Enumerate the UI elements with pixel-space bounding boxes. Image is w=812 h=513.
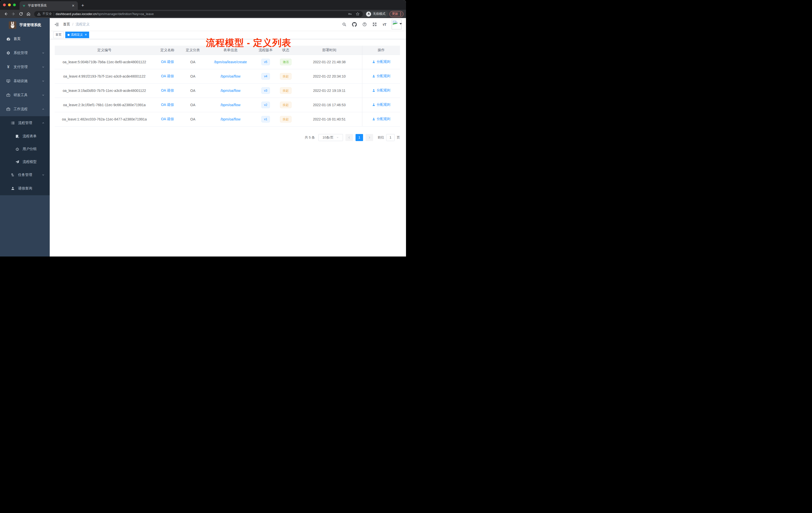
sidebar-item-payment[interactable]: ¥ 支付管理 [0, 60, 50, 74]
table-row: oa_leave:3:1fad3d93-7b75-11ec-a3c8-acde4… [55, 83, 400, 98]
sidebar-item-user-group[interactable]: 用户分组 [0, 143, 50, 155]
sidebar-item-devtools[interactable]: 研发工具 [0, 88, 50, 102]
breadcrumb-home-link[interactable]: 首页 [63, 22, 70, 27]
form-link[interactable]: /bpm/oa/leave/create [214, 60, 247, 64]
cell-definition-id: oa_leave:4:991f2193-7b7f-11ec-a3c8-acde4… [55, 69, 154, 83]
broken-image-icon [393, 21, 398, 26]
definition-name-link[interactable]: OA 请假 [161, 88, 174, 92]
sidebar-item-workflow[interactable]: 工作流程 [0, 102, 50, 116]
new-tab-button[interactable]: + [81, 3, 84, 8]
password-key-icon[interactable] [348, 12, 352, 16]
update-button[interactable]: 更新 [389, 11, 404, 17]
col-definition-id: 定义编号 [55, 46, 154, 55]
version-badge: v1 [261, 116, 270, 122]
page-size-value: 10条/页 [322, 135, 334, 140]
maximize-window-button[interactable] [13, 3, 16, 6]
tab-close-icon[interactable]: ✕ [71, 4, 75, 7]
version-badge: v3 [261, 87, 270, 94]
security-label[interactable]: 不安全 [42, 12, 52, 16]
url-text[interactable]: dashboard.yudao.iocoder.cn/bpm/manager/d… [56, 12, 346, 16]
github-icon[interactable] [352, 22, 357, 27]
assign-rule-link[interactable]: 分配规则 [372, 59, 390, 64]
tag-home[interactable]: 首页 [53, 32, 64, 38]
briefcase-icon [6, 107, 10, 111]
col-deploy-time: 部署时间 [296, 46, 362, 55]
incognito-label: 无痕模式 [373, 12, 385, 16]
user-icon [372, 117, 375, 121]
browser-menu-kebab-icon[interactable] [400, 12, 401, 16]
chevron-left-icon [348, 136, 351, 139]
minimize-window-button[interactable] [8, 3, 11, 6]
stream-list-icon [10, 121, 15, 125]
close-window-button[interactable] [3, 3, 6, 6]
chevron-down-icon [42, 52, 45, 55]
sidebar-item-infra[interactable]: 基础设施 [0, 74, 50, 88]
robot-face-icon [15, 147, 20, 151]
update-label: 更新 [392, 12, 398, 16]
definition-name-link[interactable]: OA 请假 [161, 60, 174, 64]
url-separator [54, 12, 54, 16]
form-link[interactable]: /bpm/oa/flow [221, 117, 240, 121]
cell-deploy-time: 2022-01-22 21:48:38 [296, 55, 362, 69]
gear-icon [6, 51, 10, 55]
bookmark-star-icon[interactable] [355, 12, 360, 16]
forward-icon[interactable] [10, 11, 17, 17]
avatar-caret-down-icon[interactable] [400, 23, 402, 25]
back-icon[interactable] [2, 11, 9, 17]
sidebar-item-process-model[interactable]: 流程模型 [0, 155, 50, 168]
definition-name-link[interactable]: OA 请假 [161, 103, 174, 107]
sidebar-item-process-manage[interactable]: 流程管理 [0, 116, 50, 130]
sidebar-item-process-form[interactable]: 流程表单 [0, 130, 50, 143]
fullscreen-icon[interactable] [372, 22, 377, 27]
help-icon[interactable] [362, 22, 367, 27]
logo-image [9, 21, 16, 29]
reload-icon[interactable] [18, 11, 24, 17]
next-page-button[interactable] [366, 134, 373, 141]
form-link[interactable]: /bpm/oa/flow [221, 89, 240, 93]
cell-deploy-time: 2022-01-22 20:34:10 [296, 69, 362, 83]
home-icon[interactable] [25, 11, 32, 17]
col-definition-category: 定义分类 [181, 46, 205, 55]
sidebar-item-label: 流程管理 [18, 121, 42, 125]
sidebar-item-home[interactable]: 首页 [0, 32, 50, 46]
hamburger-collapse-icon[interactable] [54, 22, 61, 27]
goto-page-input[interactable] [386, 134, 395, 141]
sidebar-item-label: 研发工具 [13, 93, 42, 97]
tag-close-icon[interactable]: ✕ [85, 33, 87, 36]
search-icon[interactable] [342, 22, 347, 27]
sidebar-item-task-manage[interactable]: 任务管理 [0, 168, 50, 182]
cell-category: OA [181, 55, 205, 69]
table-row: oa_leave:5:004b710b-7b8a-11ec-8ef0-acde4… [55, 55, 400, 69]
sidebar-item-label: 首页 [13, 37, 45, 41]
cell-definition-id: oa_leave:2:3c1f0ef1-76b1-11ec-9c66-a2380… [55, 98, 154, 112]
definition-name-link[interactable]: OA 请假 [161, 117, 174, 121]
table-row: oa_leave:2:3c1f0ef1-76b1-11ec-9c66-a2380… [55, 98, 400, 112]
browser-toolbar: 不安全 dashboard.yudao.iocoder.cn/bpm/manag… [0, 10, 406, 18]
url-bar[interactable]: 不安全 dashboard.yudao.iocoder.cn/bpm/manag… [34, 11, 363, 17]
form-link[interactable]: /bpm/oa/flow [221, 74, 240, 78]
assign-rule-link[interactable]: 分配规则 [372, 117, 390, 121]
chevron-down-icon [42, 80, 45, 83]
pagination-total: 共 5 条 [305, 135, 315, 140]
page-size-select[interactable]: 10条/页 [318, 134, 343, 141]
sidebar-item-system[interactable]: 系统管理 [0, 46, 50, 60]
definition-name-link[interactable]: OA 请假 [161, 74, 174, 78]
assign-rule-link[interactable]: 分配规则 [372, 102, 390, 107]
page-1-button[interactable]: 1 [355, 134, 363, 141]
tab-title: 芋道管理系统 [28, 3, 69, 8]
status-badge: 挂起 [280, 116, 291, 122]
browser-tab[interactable]: 芋道管理系统 ✕ [20, 1, 78, 10]
sidebar-logo[interactable]: 芋道管理系统 [0, 18, 50, 32]
sidebar-item-leave-query[interactable]: 请假查询 [0, 182, 50, 195]
traffic-lights [3, 3, 16, 6]
sidebar-item-label: 流程模型 [23, 160, 45, 164]
tag-process-definition[interactable]: 流程定义 ✕ [65, 32, 89, 38]
font-size-icon[interactable]: тT [382, 22, 386, 27]
form-link[interactable]: /bpm/oa/flow [221, 103, 240, 107]
definition-table: 定义编号 定义名称 定义分类 表单信息 流程版本 状态 部署时间 操作 oa_l [55, 46, 400, 126]
version-badge: v2 [261, 102, 270, 108]
assign-rule-link[interactable]: 分配规则 [372, 88, 390, 93]
assign-rule-link[interactable]: 分配规则 [372, 74, 390, 78]
prev-page-button[interactable] [346, 134, 353, 141]
cell-category: OA [181, 69, 205, 83]
